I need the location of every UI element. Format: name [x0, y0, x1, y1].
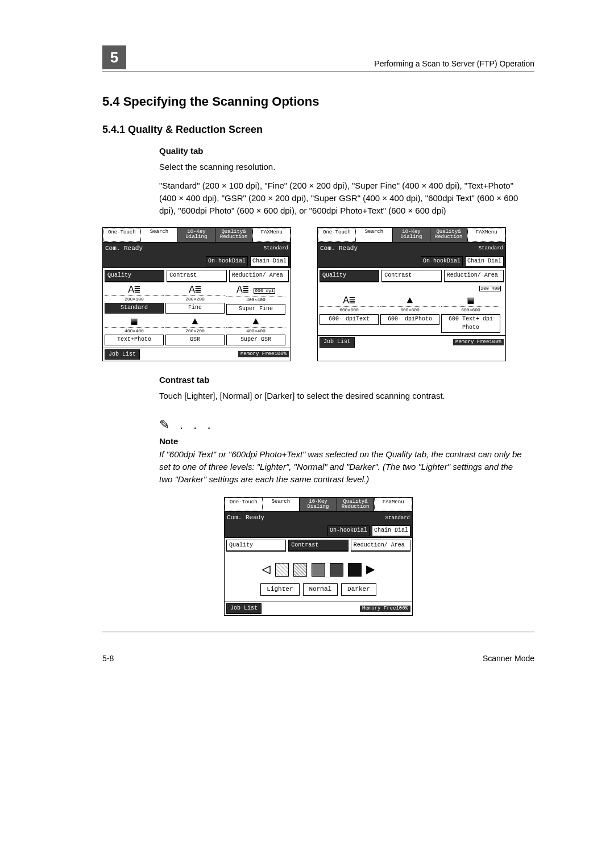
- normal-button[interactable]: Normal: [303, 583, 338, 596]
- text-icon: A≣: [237, 284, 249, 295]
- contrast-step: [348, 563, 362, 577]
- memory-indicator: Memory Free100%: [453, 339, 504, 345]
- darker-button[interactable]: Darker: [341, 583, 376, 596]
- onhookdial-button[interactable]: On-hookDial: [327, 525, 370, 536]
- lcd-tab-10key[interactable]: 10-Key Dialing: [300, 498, 337, 512]
- running-title: Performing a Scan to Server (FTP) Operat…: [374, 58, 534, 69]
- lcd-status: Com. Ready: [320, 244, 358, 253]
- joblist-button[interactable]: Job List: [105, 349, 140, 360]
- text-icon: A≣: [165, 285, 225, 295]
- subtab-reduction[interactable]: Reduction/ Area: [444, 270, 504, 282]
- lcd-panel-contrast: One-Touch Search 10-Key Dialing Quality&…: [224, 497, 413, 616]
- onhookdial-button[interactable]: On-hookDial: [206, 256, 248, 267]
- lcd-tab-search[interactable]: Search: [141, 228, 179, 242]
- quality-body-1: Select the scanning resolution.: [159, 161, 523, 173]
- chapter-tab: 5: [102, 45, 126, 69]
- lcd-mode: Standard: [385, 515, 410, 522]
- contrast-scale: ◁ ▶: [228, 563, 409, 577]
- opt-superfine[interactable]: A≣ 600 dpi 400×400 Super Fine: [226, 285, 285, 315]
- opt-600text[interactable]: A≣ 600×600 600- dpiText: [320, 295, 379, 333]
- subtab-quality[interactable]: Quality: [320, 270, 379, 282]
- mixed-icon: ▦: [105, 316, 164, 327]
- contrast-right-icon: ▶: [366, 564, 375, 576]
- subtab-reduction[interactable]: Reduction/ Area: [351, 540, 410, 552]
- subtab-contrast[interactable]: Contrast: [167, 270, 226, 282]
- opt-standard[interactable]: A≣ 200×100 Standard: [105, 285, 164, 315]
- photo-icon: ▲: [380, 295, 439, 306]
- dpi-chip[interactable]: 600 dpi: [254, 288, 275, 294]
- lcd-mode: Standard: [264, 245, 288, 252]
- onhookdial-button[interactable]: On-hookDial: [421, 256, 463, 267]
- contrast-tab-heading: Contrast tab: [159, 374, 534, 386]
- lcd-tab-onetouch[interactable]: One-Touch: [103, 228, 141, 242]
- lcd-tab-onetouch[interactable]: One-Touch: [225, 498, 263, 512]
- subtab-quality[interactable]: Quality: [105, 270, 164, 282]
- joblist-button[interactable]: Job List: [320, 337, 355, 348]
- chaindial-button[interactable]: Chain Dial: [465, 256, 504, 267]
- contrast-step: [330, 563, 343, 577]
- subtab-quality[interactable]: Quality: [226, 540, 286, 552]
- subtab-reduction[interactable]: Reduction/ Area: [229, 270, 289, 282]
- opt-gsr[interactable]: ▲ 200×200 GSR: [165, 316, 225, 345]
- text-icon: A≣: [320, 295, 379, 306]
- lcd-status: Com. Ready: [227, 514, 264, 523]
- lcd-status: Com. Ready: [105, 244, 143, 253]
- contrast-body: Touch [Lighter], [Normal] or [Darker] to…: [159, 390, 523, 402]
- memory-indicator: Memory Free100%: [360, 606, 410, 612]
- note-heading: Note: [159, 435, 534, 448]
- contrast-step: [312, 563, 325, 577]
- chaindial-button[interactable]: Chain Dial: [372, 525, 410, 536]
- lcd-tab-quality-reduction[interactable]: Quality& Reduction: [430, 228, 468, 242]
- lcd-tab-onetouch[interactable]: One-Touch: [318, 228, 356, 242]
- lcd-tab-search[interactable]: Search: [263, 498, 300, 512]
- contrast-step: [275, 563, 289, 577]
- photo-icon: ▲: [226, 316, 285, 327]
- note-icon: ✎ . . .: [159, 416, 534, 434]
- lcd-mode: Standard: [479, 245, 503, 252]
- footer-title: Scanner Mode: [483, 653, 534, 664]
- lcd-tab-faxmenu[interactable]: FAXMenu: [374, 498, 412, 512]
- note-body: If "600dpi Text" or "600dpi Photo+Text" …: [159, 448, 523, 485]
- lcd-tab-10key[interactable]: 10-Key Dialing: [178, 228, 215, 242]
- contrast-left-icon: ◁: [262, 564, 271, 576]
- lcd-tab-quality-reduction[interactable]: Quality& Reduction: [337, 498, 375, 512]
- memory-indicator: Memory Free100%: [238, 351, 289, 357]
- quality-body-2: "Standard" (200 × 100 dpi), "Fine" (200 …: [159, 180, 523, 216]
- page-number: 5-8: [102, 653, 114, 664]
- page-footer: 5-8 Scanner Mode: [102, 632, 534, 664]
- opt-supergsr[interactable]: ▲ 400×400 Super GSR: [226, 316, 285, 345]
- contrast-step: [293, 563, 307, 577]
- opt-textphoto[interactable]: ▦ 400×400 Text+Photo: [105, 316, 164, 345]
- lcd-panel-quality-1: One-Touch Search 10-Key Dialing Quality&…: [102, 227, 291, 361]
- subtab-contrast[interactable]: Contrast: [288, 540, 348, 552]
- section-heading: 5.4 Specifying the Scanning Options: [102, 93, 534, 111]
- opt-600textphoto[interactable]: ▦ 600×600 600 Text+ dpi Photo: [441, 295, 500, 333]
- lcd-panel-quality-2: One-Touch Search 10-Key Dialing Quality&…: [317, 227, 506, 361]
- joblist-button[interactable]: Job List: [226, 603, 262, 614]
- lcd-tab-faxmenu[interactable]: FAXMenu: [467, 228, 505, 242]
- lcd-tab-faxmenu[interactable]: FAXMenu: [252, 228, 291, 242]
- lighter-button[interactable]: Lighter: [260, 583, 299, 596]
- subtab-contrast[interactable]: Contrast: [381, 270, 441, 282]
- text-icon: A≣: [105, 285, 164, 295]
- mixed-icon: ▦: [441, 295, 500, 306]
- photo-icon: ▲: [165, 316, 225, 327]
- lcd-tab-quality-reduction[interactable]: Quality& Reduction: [215, 228, 253, 242]
- chaindial-button[interactable]: Chain Dial: [250, 256, 289, 267]
- subsection-heading: 5.4.1 Quality & Reduction Screen: [102, 122, 534, 137]
- lcd-tab-search[interactable]: Search: [356, 228, 393, 242]
- page-header: 5 Performing a Scan to Server (FTP) Oper…: [102, 45, 534, 72]
- dpi-chip[interactable]: 200 400: [479, 286, 501, 291]
- opt-fine[interactable]: A≣ 200×200 Fine: [165, 285, 225, 315]
- lcd-tab-10key[interactable]: 10-Key Dialing: [393, 228, 430, 242]
- opt-600photo[interactable]: ▲ 600×600 600- dpiPhoto: [380, 295, 439, 333]
- quality-tab-heading: Quality tab: [159, 145, 534, 157]
